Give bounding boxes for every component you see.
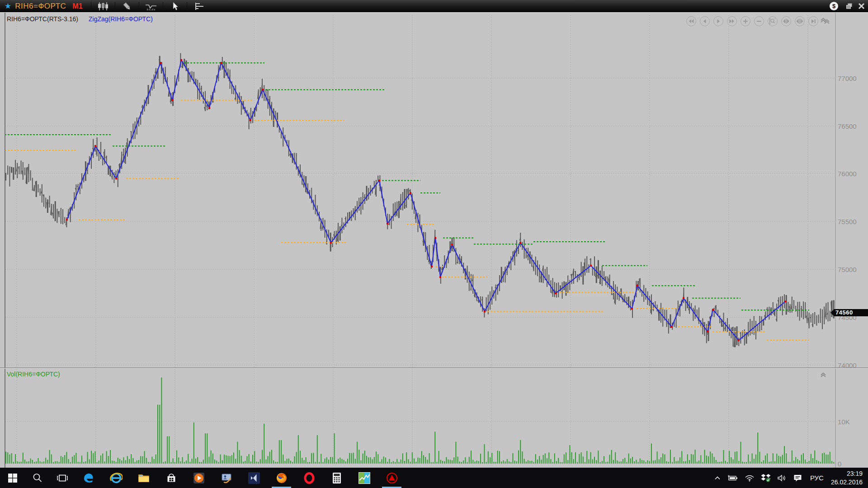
dollar-account-button[interactable]: $ xyxy=(830,2,838,10)
price-tick-label: 76500 xyxy=(838,122,857,130)
tray-expand-chevron[interactable] xyxy=(711,468,724,488)
volume-tick-label: 0 xyxy=(838,460,841,468)
expand-horizontal-button[interactable] xyxy=(781,16,791,26)
volume-tick-label: 10K xyxy=(838,418,850,426)
search-button[interactable] xyxy=(25,468,50,488)
chart-area: RIH6=ФОРТС(RTS-3.16) ZigZag(RIH6=ФОРТС) … xyxy=(0,12,868,468)
volume-indicator-label: Vol(RIH6=ФОРТС) xyxy=(7,371,60,378)
toolbar-separator xyxy=(91,2,91,11)
clock-time: 23:19 xyxy=(831,469,863,478)
zoom-out-button[interactable] xyxy=(754,16,764,26)
system-tray: РУС 23:19 26.02.2016 xyxy=(711,468,868,488)
cursor-tool[interactable] xyxy=(166,0,184,12)
support-app[interactable] xyxy=(212,468,240,488)
wifi-icon[interactable] xyxy=(741,468,758,488)
toolbar-separator xyxy=(115,2,115,11)
zigzag-indicator-label: ZigZag(RIH6=ФОРТС) xyxy=(89,15,153,23)
internet-explorer-app[interactable] xyxy=(102,468,130,488)
price-tick-label: 75000 xyxy=(838,266,857,273)
language-indicator[interactable]: РУС xyxy=(806,474,828,482)
chart-toolbar xyxy=(88,0,208,12)
toolbar-separator xyxy=(139,2,139,11)
titlebar-controls: $ xyxy=(830,0,866,12)
restore-window-button[interactable] xyxy=(844,2,854,11)
fit-scale-button[interactable] xyxy=(795,16,805,26)
start-button[interactable] xyxy=(0,468,25,488)
tray-icons xyxy=(711,468,806,488)
price-pane-collapse-chevron[interactable] xyxy=(819,16,827,23)
desktop: ★ RIH6=ФОРТС M1 $ RIH6=ФОРТС(RTS-3.16) Z… xyxy=(0,0,868,488)
price-tick-label: 75500 xyxy=(838,218,857,225)
volume-icon[interactable] xyxy=(774,468,790,488)
zoom-in-button[interactable] xyxy=(741,16,750,26)
windows-store-app[interactable] xyxy=(157,468,185,488)
clock[interactable]: 23:19 26.02.2016 xyxy=(828,469,868,487)
edge-app[interactable] xyxy=(75,468,102,488)
price-tick-label: 77000 xyxy=(838,75,857,82)
opera-app[interactable] xyxy=(295,468,323,488)
price-tick-label: 74000 xyxy=(838,361,857,369)
taskbar-apps xyxy=(0,468,406,488)
current-price-tag: 74560 xyxy=(834,309,868,316)
action-center-icon[interactable] xyxy=(790,468,806,488)
step-back-button[interactable] xyxy=(700,16,710,26)
instrument-label: RIH6=ФОРТС(RTS-3.16) xyxy=(7,15,78,23)
firefox-app[interactable] xyxy=(268,468,295,488)
favorite-star-icon[interactable]: ★ xyxy=(5,0,11,12)
close-window-button[interactable] xyxy=(856,2,866,11)
fast-forward-button[interactable] xyxy=(727,16,737,26)
candlestick-tool[interactable] xyxy=(94,0,112,12)
chart-app[interactable] xyxy=(350,468,378,488)
windows-taskbar: РУС 23:19 26.02.2016 xyxy=(0,468,868,488)
toolbar-separator xyxy=(187,2,187,11)
zoom-window-button[interactable] xyxy=(768,16,778,26)
draw-pencil-tool[interactable] xyxy=(118,0,136,12)
media-player-app[interactable] xyxy=(185,468,212,488)
rewind-to-start-button[interactable] xyxy=(686,16,696,26)
chart-canvas[interactable] xyxy=(0,13,868,468)
visual-studio-app[interactable] xyxy=(240,468,268,488)
battery-icon[interactable] xyxy=(724,468,741,488)
volume-pane-collapse-chevron[interactable] xyxy=(819,371,827,378)
go-to-end-button[interactable] xyxy=(808,16,818,26)
window-titlebar: ★ RIH6=ФОРТС M1 $ xyxy=(0,0,868,12)
calculator-app[interactable] xyxy=(323,468,350,488)
step-forward-button[interactable] xyxy=(713,16,723,26)
task-view-button[interactable] xyxy=(50,468,75,488)
chart-nav-toolbar xyxy=(686,16,831,26)
titlebar-symbol: RIH6=ФОРТС xyxy=(15,2,66,11)
clock-date: 26.02.2016 xyxy=(831,478,863,487)
dropbox-icon[interactable] xyxy=(758,468,774,488)
levels-tool[interactable] xyxy=(190,0,208,12)
toolbar-separator xyxy=(163,2,163,11)
titlebar-timeframe[interactable]: M1 xyxy=(72,2,82,10)
file-explorer-app[interactable] xyxy=(130,468,157,488)
price-tick-label: 76000 xyxy=(838,170,857,178)
trading-terminal-app[interactable] xyxy=(378,468,406,488)
indicator-tool[interactable] xyxy=(142,0,160,12)
